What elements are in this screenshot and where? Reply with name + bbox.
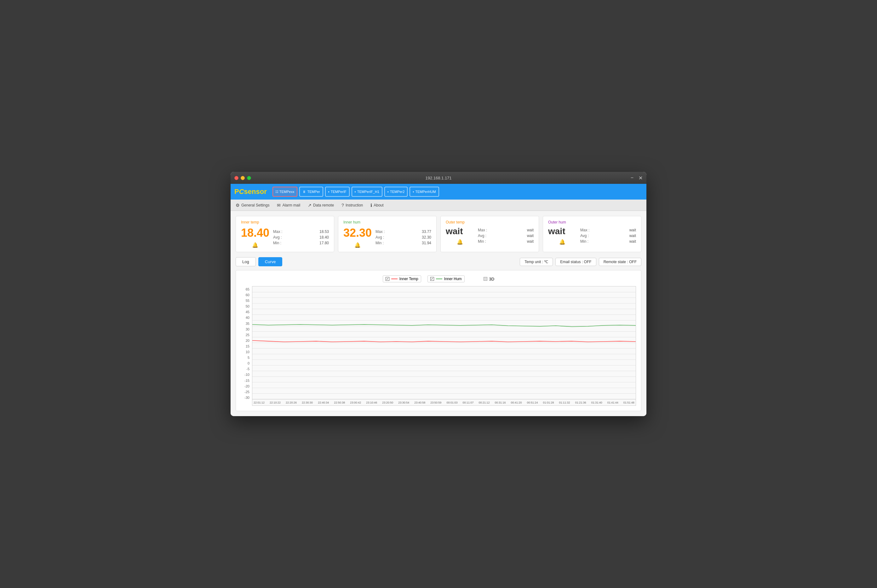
tab-log[interactable]: Log <box>236 257 256 266</box>
inner-hum-max-value: 33.77 <box>422 230 431 234</box>
chart-wrapper: 65 60 55 50 45 40 35 30 25 20 15 10 5 0 … <box>241 286 636 406</box>
instruction-icon: ? <box>341 203 344 208</box>
nav-data-remote[interactable]: ↗ Data remote <box>308 203 334 208</box>
device-icon-temperif-h1: ▪ <box>355 190 356 194</box>
minimize-button[interactable] <box>241 176 245 180</box>
outer-temp-left: wait 🔔 <box>446 226 474 245</box>
outer-hum-max-value: wait <box>629 228 636 232</box>
inner-temp-avg-label: Avg : <box>273 235 281 240</box>
maximize-button[interactable] <box>247 176 251 180</box>
sensor-card-outer-hum: Outer hum wait 🔔 Max : wait Avg : wait <box>543 216 641 252</box>
device-label-temperif: TEMPerIF <box>331 190 346 194</box>
outer-temp-min-label: Min : <box>478 239 486 244</box>
header-bar: PCsensor TEMPexx ⏸ TEMPer ▪ TEMPerIF ▪ T… <box>230 184 647 200</box>
legend-inner-temp-line <box>391 279 397 279</box>
main-content: Inner temp 18.40 🔔 Max : 18.53 Avg : 1 <box>230 211 647 416</box>
outer-temp-avg-value: wait <box>527 234 534 238</box>
device-label-tempexx: TEMPexx <box>280 190 295 194</box>
outer-temp-bell-icon[interactable]: 🔔 <box>457 239 463 245</box>
inner-temp-min-label: Min : <box>273 241 281 245</box>
outer-temp-stats: Max : wait Avg : wait Min : wait <box>478 228 534 244</box>
inner-temp-bell-icon[interactable]: 🔔 <box>252 242 258 248</box>
device-icon-temperif: ▪ <box>328 190 329 194</box>
nav-about[interactable]: ℹ About <box>370 203 384 208</box>
outer-hum-min-label: Min : <box>580 239 588 244</box>
inner-temp-body: 18.40 🔔 Max : 18.53 Avg : 18.40 <box>241 226 329 248</box>
nav-alarm-mail-label: Alarm mail <box>282 203 300 207</box>
inner-hum-avg-value: 32.30 <box>422 235 431 240</box>
inner-temp-max-label: Max : <box>273 230 282 234</box>
minimize-icon[interactable]: − <box>631 175 633 181</box>
app-logo: PCsensor <box>235 188 267 196</box>
outer-hum-avg-value: wait <box>629 234 636 238</box>
logo-text: PCsensor <box>235 188 267 195</box>
inner-hum-min-label: Min : <box>376 241 384 245</box>
outer-hum-body: wait 🔔 Max : wait Avg : wait M <box>548 226 636 245</box>
inner-hum-title: Inner hum <box>343 220 431 224</box>
nav-alarm-mail[interactable]: ✉ Alarm mail <box>277 203 300 208</box>
chart-3d-option: 3D <box>484 277 495 281</box>
outer-temp-title: Outer temp <box>446 220 534 224</box>
3d-checkbox[interactable] <box>484 277 487 281</box>
legend-inner-hum: ✓ Inner Hum <box>427 275 465 282</box>
nav-instruction-label: Instruction <box>346 203 363 207</box>
legend-inner-temp-checkbox[interactable]: ✓ <box>385 277 390 281</box>
x-axis: 22:01:12 22:10:22 22:20:26 22:30:30 22:4… <box>252 399 636 405</box>
inner-hum-bell-icon[interactable]: 🔔 <box>354 242 361 248</box>
inner-temp-left: 18.40 🔔 <box>241 226 269 248</box>
inner-hum-left: 32.30 🔔 <box>343 226 372 248</box>
outer-hum-bell-icon[interactable]: 🔔 <box>559 239 566 245</box>
outer-hum-stats: Max : wait Avg : wait Min : wait <box>580 228 636 244</box>
device-icon-temper: ⏸ <box>302 190 306 194</box>
legend-inner-hum-checkbox[interactable]: ✓ <box>430 277 434 281</box>
remote-icon: ↗ <box>308 203 311 208</box>
inner-temp-avg-value: 18.40 <box>319 235 329 240</box>
device-btn-temperif-h1[interactable]: ▪ TEMPerIF_H1 <box>352 187 382 197</box>
sensor-cards: Inner temp 18.40 🔔 Max : 18.53 Avg : 1 <box>236 216 641 252</box>
device-label-temper: TEMPer <box>307 190 320 194</box>
device-btn-temperhum[interactable]: ▪ TEMPerHUM <box>409 187 439 197</box>
nav-general-settings[interactable]: ⚙ General Settings <box>236 203 269 208</box>
nav-general-settings-label: General Settings <box>241 203 269 207</box>
outer-temp-max-value: wait <box>527 228 534 232</box>
device-btn-tempexx[interactable]: TEMPexx <box>272 187 298 197</box>
close-button[interactable] <box>235 176 238 180</box>
inner-temp-min-value: 17.80 <box>319 241 329 245</box>
sensor-card-outer-temp: Outer temp wait 🔔 Max : wait Avg : wai <box>441 216 539 252</box>
inner-hum-stats: Max : 33.77 Avg : 32.30 Min : 31.94 <box>376 230 431 245</box>
tab-curve[interactable]: Curve <box>258 257 283 266</box>
temp-unit-badge: Temp unit : ℃ <box>520 258 553 266</box>
device-btn-temperif[interactable]: ▪ TEMPerIF <box>325 187 350 197</box>
sensor-card-inner-hum: Inner hum 32.30 🔔 Max : 33.77 Avg : 32 <box>338 216 436 252</box>
nav-instruction[interactable]: ? Instruction <box>341 203 363 208</box>
info-icon: ℹ <box>370 203 372 208</box>
window-controls-right: − ✕ <box>631 175 642 181</box>
window-title: 192.168.1.171 <box>425 176 451 180</box>
legend-inner-hum-label: Inner Hum <box>444 277 462 281</box>
device-btn-temper2[interactable]: ▪ TEMPer2 <box>384 187 408 197</box>
outer-hum-max-label: Max : <box>580 228 590 232</box>
outer-hum-min-value: wait <box>629 239 636 244</box>
y-axis: 65 60 55 50 45 40 35 30 25 20 15 10 5 0 … <box>241 286 252 406</box>
settings-icon: ⚙ <box>236 203 240 208</box>
inner-temp-stats: Max : 18.53 Avg : 18.40 Min : 17.80 <box>273 230 329 245</box>
legend-inner-temp-label: Inner Temp <box>399 277 418 281</box>
device-label-temperhum: TEMPerHUM <box>415 190 436 194</box>
outer-hum-value: wait <box>548 226 576 236</box>
device-btn-temper[interactable]: ⏸ TEMPer <box>299 187 323 197</box>
outer-temp-avg-label: Avg : <box>478 234 486 238</box>
nav-about-label: About <box>374 203 384 207</box>
legend-inner-temp: ✓ Inner Temp <box>383 275 421 282</box>
close-icon[interactable]: ✕ <box>639 175 642 181</box>
chart-area: 22:01:12 22:10:22 22:20:26 22:30:30 22:4… <box>252 286 636 406</box>
3d-label: 3D <box>489 277 495 281</box>
tab-bar: Log Curve Temp unit : ℃ Email status : O… <box>236 257 641 266</box>
chart-legend-row: ✓ Inner Temp ✓ Inner Hum 3D <box>241 275 636 282</box>
titlebar: 192.168.1.171 − ✕ <box>230 172 647 184</box>
status-badges: Temp unit : ℃ Email status : OFF Remote … <box>520 258 641 266</box>
outer-hum-avg-label: Avg : <box>580 234 589 238</box>
device-icon-temper2: ▪ <box>388 190 389 194</box>
inner-hum-value: 32.30 <box>343 226 372 240</box>
chart-container: ✓ Inner Temp ✓ Inner Hum 3D 65 <box>236 270 641 411</box>
inner-hum-avg-label: Avg : <box>376 235 384 240</box>
